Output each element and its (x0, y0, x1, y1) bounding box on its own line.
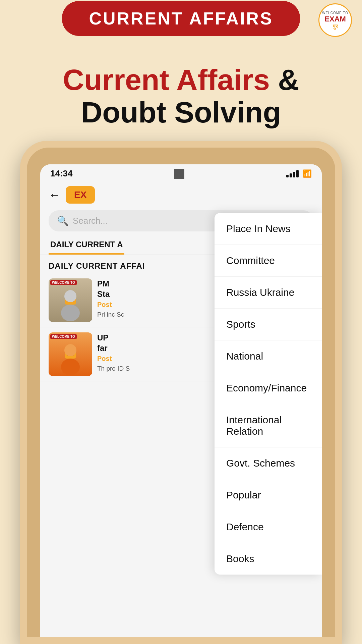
search-icon: 🔍 (57, 215, 69, 226)
dropdown-item-place-in-news[interactable]: Place In News (215, 213, 322, 245)
back-arrow-icon[interactable]: ← (49, 188, 61, 202)
status-bar: 14:34 📶 (40, 164, 322, 183)
svg-point-2 (64, 344, 76, 356)
phone-inner: 14:34 📶 ← EX (27, 148, 335, 637)
news-title-text-1: PM (97, 279, 109, 288)
dropdown-item-popular[interactable]: Popular (215, 479, 322, 511)
search-placeholder-text: Search... (73, 216, 108, 226)
dropdown-item-books[interactable]: Books (215, 543, 322, 575)
app-logo-bar: EX (66, 186, 95, 204)
dropdown-item-russia-ukraine[interactable]: Russia Ukraine (215, 277, 322, 309)
person-svg-1 (57, 288, 84, 321)
thumb-badge-2: WELCOME TO (50, 334, 77, 339)
signal-bar-1 (286, 175, 289, 177)
top-header: CURRENT AFFAIRS (0, 0, 362, 37)
news-thumb-1: WELCOME TO EX (49, 278, 92, 322)
svg-point-0 (64, 290, 76, 302)
dropdown-item-national[interactable]: National (215, 340, 322, 372)
camera-dot (174, 169, 184, 179)
header-pill: CURRENT AFFAIRS (62, 1, 300, 36)
status-icons: 📶 (286, 169, 312, 178)
header-title: CURRENT AFFAIRS (89, 8, 273, 29)
news-title-text-2: UP (97, 333, 108, 342)
dropdown-item-sports[interactable]: Sports (215, 309, 322, 340)
hero-section: Current Affairs & Doubt Solving (0, 44, 362, 129)
dropdown-menu: Place In News Committee Russia Ukraine S… (215, 213, 322, 575)
phone-screen: 14:34 📶 ← EX (40, 164, 322, 637)
status-time: 14:34 (50, 168, 73, 179)
app-logo-ex: EX (74, 190, 86, 200)
tab-daily-current-affairs[interactable]: DAILY CURRENT A (49, 236, 124, 255)
hero-red-text: Current Affairs (63, 63, 270, 96)
signal-bar-3 (293, 172, 295, 177)
person-svg-2 (57, 342, 84, 375)
signal-bars-icon (286, 170, 299, 177)
svg-point-3 (61, 359, 80, 375)
phone-mockup: 14:34 📶 ← EX (20, 141, 342, 644)
news-title-text-1b: Sta (97, 289, 110, 299)
hero-line1: Current Affairs & (13, 64, 349, 96)
news-thumb-2: WELCOME TO EX (49, 332, 92, 376)
dropdown-item-international-relation[interactable]: International Relation (215, 404, 322, 447)
hero-line2: Doubt Solving (13, 96, 349, 129)
dropdown-item-economy-finance[interactable]: Economy/Finance (215, 372, 322, 404)
thumb-badge-1: WELCOME TO (50, 280, 77, 285)
dropdown-item-committee[interactable]: Committee (215, 245, 322, 277)
hero-ampersand: & (278, 63, 299, 96)
person-silhouette-2 (49, 341, 92, 376)
app-header: ← EX (40, 183, 322, 207)
news-title-text-2b: far (97, 343, 108, 353)
signal-bar-2 (290, 173, 292, 177)
dropdown-item-defence[interactable]: Defence (215, 511, 322, 543)
svg-point-1 (61, 305, 80, 321)
dropdown-item-govt-schemes[interactable]: Govt. Schemes (215, 447, 322, 479)
signal-bar-4 (296, 170, 299, 177)
person-silhouette-1 (49, 287, 92, 322)
wifi-icon: 📶 (303, 169, 312, 178)
